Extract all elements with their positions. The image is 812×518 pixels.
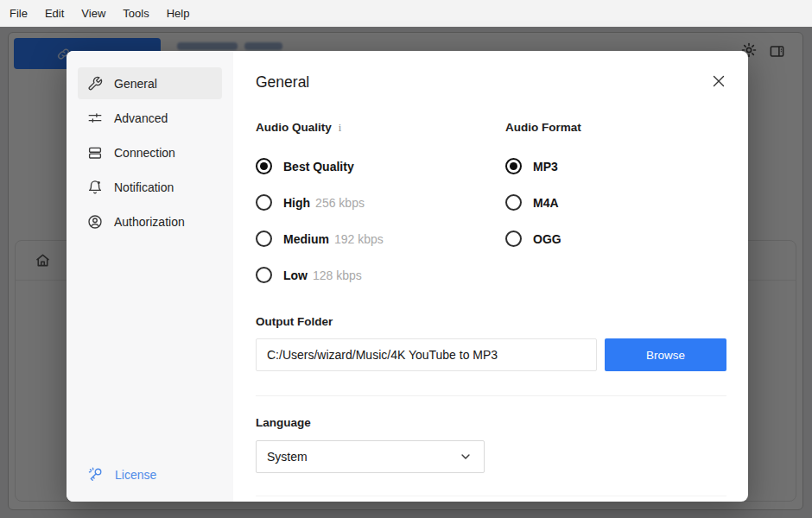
language-select[interactable]: System bbox=[256, 440, 485, 473]
sidebar-item-label: Connection bbox=[114, 146, 175, 160]
sidebar-item-advanced[interactable]: Advanced bbox=[78, 102, 222, 134]
audio-format-options: MP3 M4A OGG bbox=[505, 158, 581, 247]
settings-content: General Audio Qualityi Best Quality bbox=[233, 51, 748, 502]
close-button[interactable] bbox=[711, 74, 726, 90]
section-divider bbox=[256, 496, 726, 496]
radio-low[interactable]: Low 128 kbps bbox=[256, 267, 505, 283]
radio-mp3[interactable]: MP3 bbox=[505, 158, 581, 174]
radio-circle bbox=[505, 158, 522, 174]
radio-high[interactable]: High 256 kbps bbox=[256, 194, 505, 211]
audio-format-label: Audio Format bbox=[505, 121, 581, 134]
close-icon bbox=[713, 75, 725, 87]
license-label: License bbox=[115, 468, 156, 482]
bitrate-detail: 256 kbps bbox=[315, 196, 365, 210]
radio-circle bbox=[505, 231, 522, 247]
dialog-title: General bbox=[256, 73, 726, 92]
sidebar-item-notification[interactable]: Notification bbox=[78, 171, 222, 203]
bitrate-detail: 128 kbps bbox=[313, 268, 362, 282]
menu-bar: File Edit View Tools Help bbox=[0, 0, 812, 27]
sidebar-item-license[interactable]: License bbox=[87, 466, 156, 483]
radio-best-quality[interactable]: Best Quality bbox=[256, 158, 505, 174]
wrench-icon bbox=[87, 76, 103, 92]
server-icon bbox=[87, 145, 103, 161]
menu-edit[interactable]: Edit bbox=[45, 7, 64, 20]
radio-m4a[interactable]: M4A bbox=[505, 194, 581, 211]
menu-help[interactable]: Help bbox=[167, 7, 190, 20]
sidebar-item-general[interactable]: General bbox=[78, 67, 222, 99]
sidebar-item-label: Notification bbox=[114, 180, 174, 194]
bell-icon bbox=[87, 180, 103, 195]
radio-circle bbox=[505, 194, 522, 211]
sidebar-item-label: Advanced bbox=[114, 111, 168, 125]
menu-tools[interactable]: Tools bbox=[123, 7, 149, 20]
info-icon: i bbox=[339, 122, 341, 134]
output-folder-label: Output Folder bbox=[256, 315, 726, 328]
bitrate-detail: 192 kbps bbox=[334, 232, 384, 246]
audio-quality-options: Best Quality High 256 kbps Medium 192 kb… bbox=[256, 158, 505, 283]
settings-sidebar: General Advanced Connection Notification bbox=[67, 51, 233, 502]
language-selected-value: System bbox=[267, 450, 308, 464]
key-icon bbox=[87, 466, 104, 483]
sliders-icon bbox=[87, 111, 103, 126]
chevron-down-icon bbox=[460, 451, 472, 463]
sidebar-item-label: General bbox=[114, 77, 157, 91]
radio-medium[interactable]: Medium 192 kbps bbox=[256, 231, 505, 247]
radio-circle bbox=[256, 267, 272, 283]
audio-quality-label: Audio Quality bbox=[256, 121, 332, 134]
radio-circle bbox=[256, 231, 272, 247]
browse-button[interactable]: Browse bbox=[605, 338, 726, 371]
radio-circle bbox=[256, 158, 272, 174]
menu-file[interactable]: File bbox=[10, 7, 28, 20]
menu-view[interactable]: View bbox=[81, 7, 105, 20]
language-label: Language bbox=[256, 416, 726, 429]
radio-circle bbox=[256, 194, 272, 211]
sidebar-item-authorization[interactable]: Authorization bbox=[78, 205, 222, 237]
settings-dialog: General Advanced Connection Notification bbox=[67, 51, 748, 502]
radio-ogg[interactable]: OGG bbox=[505, 231, 581, 247]
sidebar-item-label: Authorization bbox=[114, 215, 185, 229]
person-icon bbox=[87, 214, 103, 230]
sidebar-item-connection[interactable]: Connection bbox=[78, 136, 222, 168]
section-divider bbox=[256, 395, 726, 396]
output-folder-input[interactable] bbox=[256, 338, 597, 371]
